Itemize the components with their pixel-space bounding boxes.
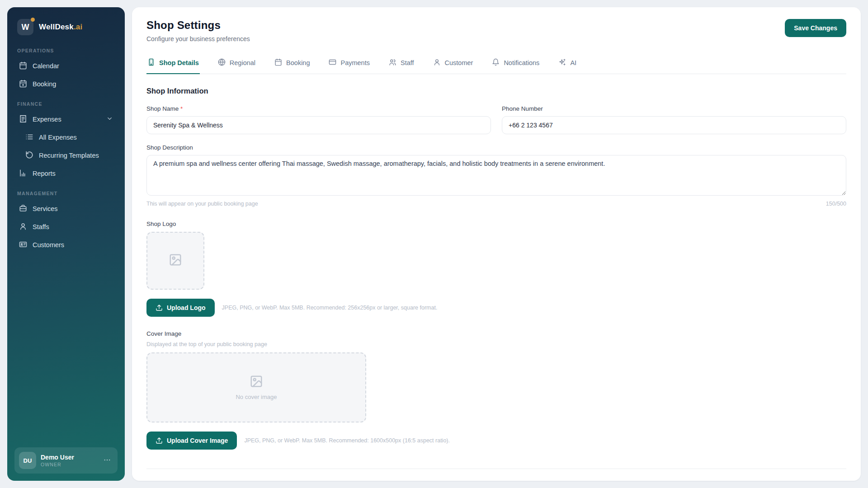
upload-cover-button[interactable]: Upload Cover Image xyxy=(146,432,237,450)
globe-icon xyxy=(218,58,226,67)
sidebar-item-expenses[interactable]: Expenses xyxy=(14,110,118,128)
sparkles-icon xyxy=(558,58,566,67)
cover-placeholder[interactable]: No cover image xyxy=(146,352,366,422)
brand-name: WellDesk.ai xyxy=(39,23,82,32)
tab-bar: Shop Details Regional Booking Payments S… xyxy=(146,53,846,74)
sidebar-item-staffs[interactable]: Staffs xyxy=(14,218,118,236)
shop-name-input[interactable] xyxy=(146,116,491,134)
name-phone-row: Shop Name * Phone Number xyxy=(146,105,846,134)
users-icon xyxy=(389,58,396,67)
sidebar: W WellDesk.ai OPERATIONS Calendar Bookin… xyxy=(7,7,125,481)
brand-suffix: .ai xyxy=(74,23,83,31)
app-root: W WellDesk.ai OPERATIONS Calendar Bookin… xyxy=(0,0,868,488)
bell-icon xyxy=(492,58,500,67)
tab-notifications[interactable]: Notifications xyxy=(491,53,540,74)
sidebar-item-label: Reports xyxy=(33,170,56,177)
brand-logo-letter: W xyxy=(22,23,29,32)
tab-label: Booking xyxy=(286,59,310,66)
sidebar-item-label: Expenses xyxy=(33,116,61,123)
tab-booking[interactable]: Booking xyxy=(274,53,311,74)
logo-upload-helper: JPEG, PNG, or WebP. Max 5MB. Recommended… xyxy=(222,305,438,311)
sidebar-item-customers[interactable]: Customers xyxy=(14,236,118,254)
credit-card-icon xyxy=(329,58,336,67)
sidebar-item-label: Recurring Templates xyxy=(39,152,99,159)
phone-number-label: Phone Number xyxy=(502,105,846,112)
shop-description-textarea[interactable]: A premium spa and wellness center offeri… xyxy=(146,155,846,196)
tab-shop-details[interactable]: Shop Details xyxy=(146,53,200,74)
shop-description-label: Shop Description xyxy=(146,144,846,151)
cover-image-block: Cover Image Displayed at the top of your… xyxy=(146,330,846,450)
tab-label: Payments xyxy=(340,59,369,66)
phone-number-input[interactable] xyxy=(502,116,846,134)
sidebar-item-services[interactable]: Services xyxy=(14,200,118,218)
sidebar-item-label: Customers xyxy=(33,241,64,249)
tab-ai[interactable]: AI xyxy=(557,53,577,74)
user-role: OWNER xyxy=(41,462,74,467)
sidebar-item-label: Calendar xyxy=(33,62,59,70)
sidebar-item-reports[interactable]: Reports xyxy=(14,164,118,183)
image-icon xyxy=(250,375,263,390)
ellipsis-icon[interactable] xyxy=(101,454,113,467)
sidebar-item-all-expenses[interactable]: All Expenses xyxy=(14,128,118,146)
brand-logo: W xyxy=(17,19,33,35)
sidebar-item-label: Staffs xyxy=(33,223,49,230)
receipt-icon xyxy=(19,115,27,124)
required-asterisk: * xyxy=(180,105,183,112)
upload-logo-button[interactable]: Upload Logo xyxy=(146,299,215,317)
sidebar-item-booking[interactable]: Booking xyxy=(14,75,118,93)
no-cover-text: No cover image xyxy=(236,394,277,400)
calendar-icon xyxy=(19,61,27,71)
sidebar-item-calendar[interactable]: Calendar xyxy=(14,57,118,75)
page-header: Shop Settings Configure your business pr… xyxy=(146,19,846,42)
list-icon xyxy=(25,133,33,142)
sidebar-section-management: MANAGEMENT xyxy=(17,191,115,196)
description-helper-row: This will appear on your public booking … xyxy=(146,201,846,207)
sidebar-item-label: Services xyxy=(33,205,58,212)
tab-payments[interactable]: Payments xyxy=(328,53,370,74)
user-card[interactable]: DU Demo User OWNER xyxy=(14,447,118,474)
rotate-ccw-icon xyxy=(25,151,33,160)
brand: W WellDesk.ai xyxy=(14,17,118,40)
logo-upload-row: Upload Logo JPEG, PNG, or WebP. Max 5MB.… xyxy=(146,299,846,317)
briefcase-icon xyxy=(19,204,27,214)
main-panel: Shop Settings Configure your business pr… xyxy=(132,7,861,481)
user-icon xyxy=(433,58,441,67)
tab-customer[interactable]: Customer xyxy=(432,53,474,74)
tab-label: Regional xyxy=(230,59,255,66)
description-helper-text: This will appear on your public booking … xyxy=(146,201,258,207)
tab-label: Staff xyxy=(401,59,414,66)
user-meta: Demo User OWNER xyxy=(41,454,74,467)
save-changes-button[interactable]: Save Changes xyxy=(785,19,846,37)
cover-image-label: Cover Image xyxy=(146,330,846,337)
page-title: Shop Settings xyxy=(146,19,250,32)
character-counter: 150/500 xyxy=(826,201,846,207)
bar-chart-icon xyxy=(19,169,27,178)
logo-placeholder[interactable] xyxy=(146,232,204,290)
chevron-down-icon[interactable] xyxy=(106,115,113,123)
shop-name-label: Shop Name * xyxy=(146,105,491,112)
cover-image-sublabel: Displayed at the top of your public book… xyxy=(146,341,846,347)
sidebar-spacer xyxy=(14,254,118,447)
sidebar-item-label: All Expenses xyxy=(39,134,77,141)
sidebar-section-finance: FINANCE xyxy=(17,101,115,107)
upload-logo-label: Upload Logo xyxy=(167,304,206,311)
tab-staff[interactable]: Staff xyxy=(388,53,415,74)
user-name: Demo User xyxy=(41,454,74,461)
tab-label: Shop Details xyxy=(159,59,199,66)
user-icon xyxy=(19,222,27,232)
image-icon xyxy=(169,253,182,268)
building-icon xyxy=(147,58,155,67)
avatar: DU xyxy=(19,452,36,469)
tab-regional[interactable]: Regional xyxy=(217,53,256,74)
tab-label: AI xyxy=(570,59,576,66)
calendar-plus-icon xyxy=(19,80,27,89)
shop-logo-block: Shop Logo Upload Logo JPEG, PNG, or WebP… xyxy=(146,221,846,317)
description-field: Shop Description A premium spa and welln… xyxy=(146,144,846,207)
sidebar-item-label: Booking xyxy=(33,80,56,88)
cover-upload-row: Upload Cover Image JPEG, PNG, or WebP. M… xyxy=(146,432,846,450)
section-title-shop-information: Shop Information xyxy=(146,87,846,95)
bottom-divider xyxy=(146,469,846,469)
sidebar-item-recurring-templates[interactable]: Recurring Templates xyxy=(14,146,118,164)
brand-logo-dot xyxy=(31,18,35,22)
shop-logo-label: Shop Logo xyxy=(146,221,846,227)
